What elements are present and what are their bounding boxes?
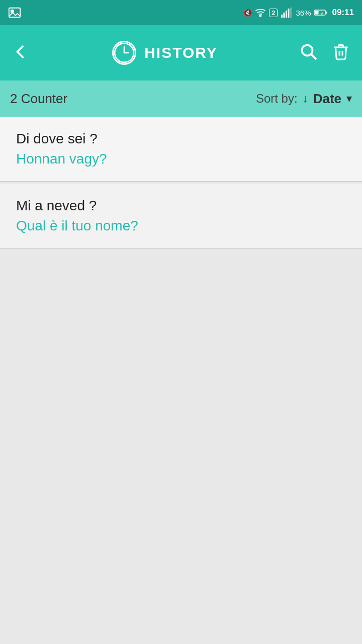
svg-line-16 [311, 54, 316, 60]
status-bar: 🔇 2 36% ⚡ 09:11 [0, 0, 362, 25]
sort-by-label: Sort by: [256, 92, 298, 106]
app-bar-title: HISTORY [144, 44, 218, 61]
mute-icon: 🔇 [243, 9, 252, 17]
image-icon [8, 6, 21, 19]
list-item[interactable]: Mi a neved ? Qual è il tuo nome? [0, 184, 362, 249]
svg-rect-9 [325, 12, 327, 14]
status-time: 09:11 [332, 8, 354, 18]
svg-text:⚡: ⚡ [320, 11, 324, 16]
svg-rect-6 [288, 9, 290, 18]
svg-rect-5 [286, 11, 287, 18]
svg-rect-4 [284, 13, 285, 18]
sort-value: Date [313, 91, 341, 107]
svg-point-2 [260, 15, 261, 17]
counter-text: 2 Counter [10, 91, 256, 107]
back-button[interactable] [12, 43, 30, 63]
svg-point-1 [11, 10, 14, 13]
battery-icon: ⚡ [314, 9, 327, 17]
svg-rect-0 [9, 8, 20, 18]
item-secondary-text: Qual è il tuo nome? [16, 218, 346, 234]
delete-button[interactable] [332, 43, 350, 63]
item-primary-text: Mi a neved ? [16, 198, 346, 214]
app-bar: HISTORY [0, 25, 362, 80]
status-left [8, 6, 21, 19]
history-list: Di dove sei ? Honnan vagy? Mi a neved ? … [0, 117, 362, 249]
item-primary-text: Di dove sei ? [16, 131, 346, 147]
status-right: 🔇 2 36% ⚡ 09:11 [243, 7, 354, 18]
item-secondary-text: Honnan vagy? [16, 151, 346, 167]
app-bar-center: HISTORY [112, 41, 218, 65]
svg-rect-3 [281, 15, 283, 18]
battery-level: 36% [296, 9, 311, 17]
sort-direction-icon: ↓ [303, 92, 308, 105]
history-clock-icon [112, 41, 136, 65]
sort-controls[interactable]: Sort by: ↓ Date ▾ [256, 91, 352, 107]
sort-bar: 2 Counter Sort by: ↓ Date ▾ [0, 80, 362, 117]
list-item[interactable]: Di dove sei ? Honnan vagy? [0, 117, 362, 182]
svg-point-15 [302, 45, 312, 56]
dropdown-chevron-icon[interactable]: ▾ [346, 92, 352, 105]
svg-point-12 [115, 43, 134, 62]
wifi-icon [255, 7, 266, 18]
signal-icon [281, 8, 293, 18]
search-button[interactable] [300, 43, 318, 63]
svg-rect-10 [315, 11, 318, 15]
svg-rect-7 [290, 8, 292, 18]
sim-badge: 2 [269, 9, 278, 17]
